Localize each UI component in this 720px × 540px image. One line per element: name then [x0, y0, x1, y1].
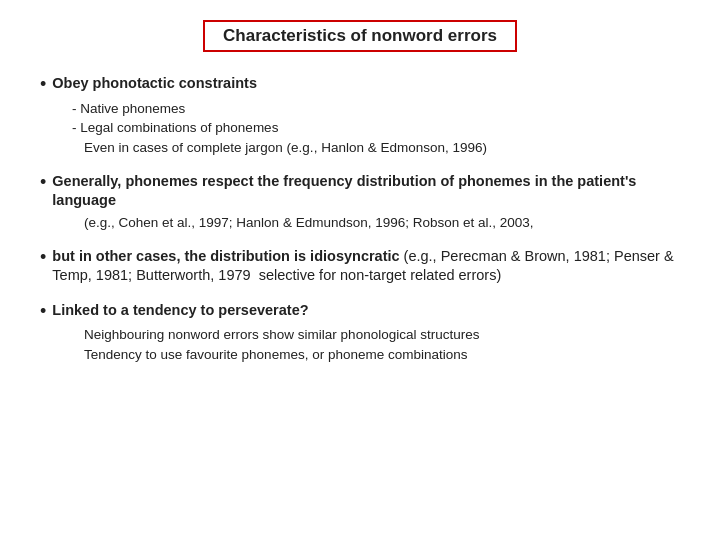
bullet-header-4: • Linked to a tendency to perseverate? — [40, 301, 680, 323]
sub-item-1-3: Even in cases of complete jargon (e.g., … — [72, 139, 680, 158]
bullet-main-4: Linked to a tendency to perseverate? — [52, 301, 308, 320]
bullet-section-1: • Obey phonotactic constraints Native ph… — [40, 74, 680, 158]
bullet-header-1: • Obey phonotactic constraints — [40, 74, 680, 96]
sub-item-1-2: Legal combinations of phonemes — [72, 119, 680, 138]
bullet-dot-1: • — [40, 74, 46, 96]
sub-items-1: Native phonemes Legal combinations of ph… — [40, 100, 680, 159]
title-box: Characteristics of nonword errors — [203, 20, 517, 52]
bullet-section-4: • Linked to a tendency to perseverate? N… — [40, 301, 680, 365]
sub-items-4: Neighbouring nonword errors show similar… — [40, 326, 680, 365]
sub-item-2-1: (e.g., Cohen et al., 1997; Hanlon & Edmu… — [72, 214, 680, 233]
bullet-section-2: • Generally, phonemes respect the freque… — [40, 172, 680, 233]
sub-items-2: (e.g., Cohen et al., 1997; Hanlon & Edmu… — [40, 214, 680, 233]
bullet-section-3: • but in other cases, the distribution i… — [40, 247, 680, 287]
bullet-dot-4: • — [40, 301, 46, 323]
bullet-main-1: Obey phonotactic constraints — [52, 74, 257, 93]
sub-item-4-1: Neighbouring nonword errors show similar… — [72, 326, 680, 345]
page-title: Characteristics of nonword errors — [223, 26, 497, 45]
page: Characteristics of nonword errors • Obey… — [0, 0, 720, 540]
bullet-main-2: Generally, phonemes respect the frequenc… — [52, 172, 680, 210]
bullet-header-2: • Generally, phonemes respect the freque… — [40, 172, 680, 210]
bullet-main-3-suffix: (e.g., Perecman & Brown, 1981; Penser & … — [52, 248, 673, 283]
bullet-main-3: but in other cases, the distribution is … — [52, 247, 680, 285]
bullet-header-3: • but in other cases, the distribution i… — [40, 247, 680, 285]
bullet-dot-3: • — [40, 247, 46, 269]
sub-item-1-1: Native phonemes — [72, 100, 680, 119]
sub-item-4-2: Tendency to use favourite phonemes, or p… — [72, 346, 680, 365]
bullet-dot-2: • — [40, 172, 46, 194]
